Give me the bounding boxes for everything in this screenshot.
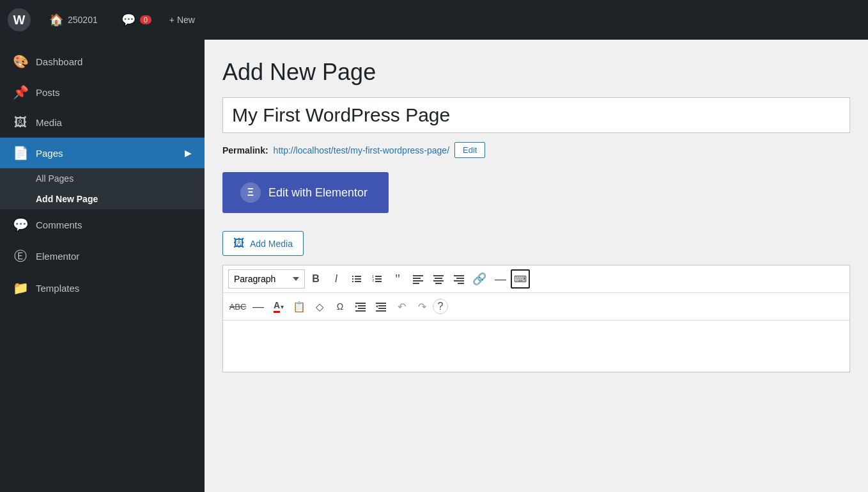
text-color-chevron[interactable]: ▾: [281, 303, 284, 310]
pages-arrow-icon: ▶: [185, 148, 192, 158]
svg-rect-9: [375, 278, 382, 280]
editor-container: Paragraph Heading 1 Heading 2 Heading 3 …: [222, 265, 850, 372]
svg-rect-12: [413, 278, 421, 279]
svg-rect-24: [358, 305, 366, 306]
svg-rect-20: [456, 278, 464, 279]
comments-link[interactable]: 💬 0: [116, 10, 157, 30]
redo-button[interactable]: ↷: [412, 297, 431, 316]
add-media-button[interactable]: 🖼 Add Media: [222, 231, 304, 256]
text-color-button[interactable]: A ▾: [269, 297, 288, 316]
toolbar-row-2: ABC — A ▾ 📋 ◇ Ω: [223, 293, 849, 321]
svg-text:2: 2: [372, 278, 375, 282]
align-right-button[interactable]: [449, 269, 469, 289]
svg-rect-19: [454, 275, 464, 276]
sidebar-item-comments[interactable]: 💬 Comments: [0, 209, 205, 240]
new-content-button[interactable]: + New: [169, 15, 195, 25]
svg-rect-3: [355, 278, 361, 280]
indent-button[interactable]: [371, 297, 391, 316]
posts-icon: 📌: [13, 84, 28, 100]
permalink-label: Permalink:: [222, 145, 268, 155]
sidebar-item-posts-label: Posts: [36, 87, 60, 98]
edit-with-elementor-button[interactable]: Ξ Edit with Elementor: [222, 172, 389, 213]
svg-rect-29: [378, 305, 386, 306]
dashboard-icon: 🎨: [13, 54, 28, 69]
sidebar-subitem-add-new-page[interactable]: Add New Page: [0, 189, 205, 209]
italic-button[interactable]: I: [327, 269, 346, 289]
add-media-label: Add Media: [250, 239, 293, 249]
bullet-list-button[interactable]: [347, 269, 366, 289]
svg-rect-11: [413, 275, 423, 276]
svg-rect-15: [433, 275, 444, 276]
insert-more-button[interactable]: —: [490, 269, 509, 289]
show-toolbar2-button[interactable]: ⌨: [511, 269, 530, 289]
numbered-list-button[interactable]: 1 2: [368, 269, 387, 289]
pages-submenu: All Pages Add New Page: [0, 168, 205, 209]
sidebar-item-pages[interactable]: 📄 Pages ▶: [0, 138, 205, 168]
sidebar-item-pages-label: Pages: [36, 148, 63, 159]
horizontal-line-button[interactable]: —: [249, 297, 268, 316]
templates-icon: 📁: [13, 280, 28, 296]
wp-logo-icon[interactable]: W: [8, 8, 31, 31]
undo-button[interactable]: ↶: [392, 297, 411, 316]
svg-rect-23: [355, 303, 366, 304]
elementor-btn-label: Edit with Elementor: [268, 186, 368, 200]
page-title: Add New Page: [222, 59, 850, 86]
blockquote-button[interactable]: ": [388, 269, 407, 289]
sidebar-item-posts[interactable]: 📌 Posts: [0, 77, 205, 107]
svg-rect-22: [458, 283, 464, 284]
media-icon: 🖼: [13, 115, 28, 130]
sidebar-item-media[interactable]: 🖼 Media: [0, 107, 205, 138]
comments-count: 0: [140, 15, 151, 24]
new-label: + New: [169, 15, 195, 25]
editor-body[interactable]: [223, 321, 849, 372]
help-button[interactable]: ?: [433, 299, 448, 314]
sidebar-subitem-all-pages[interactable]: All Pages: [0, 168, 205, 189]
page-title-input[interactable]: [222, 97, 850, 133]
svg-rect-0: [352, 276, 353, 277]
svg-rect-14: [413, 283, 419, 284]
svg-rect-4: [352, 281, 353, 282]
insert-link-button[interactable]: 🔗: [470, 269, 489, 289]
svg-rect-18: [435, 283, 442, 284]
svg-rect-30: [378, 308, 386, 309]
sidebar-item-elementor[interactable]: Ⓔ Elementor: [0, 240, 205, 273]
sidebar-item-templates[interactable]: 📁 Templates: [0, 273, 205, 303]
sidebar-item-dashboard[interactable]: 🎨 Dashboard: [0, 46, 205, 77]
svg-marker-27: [355, 305, 357, 308]
outdent-button[interactable]: [351, 297, 370, 316]
sidebar-item-comments-label: Comments: [36, 219, 82, 230]
sidebar-item-media-label: Media: [36, 117, 62, 128]
svg-rect-16: [435, 278, 442, 279]
site-number: 250201: [68, 15, 98, 25]
home-icon: 🏠: [49, 12, 64, 28]
special-chars-button[interactable]: Ω: [330, 297, 350, 316]
main-layout: 🎨 Dashboard 📌 Posts 🖼 Media 📄 Pages ▶ Al…: [0, 40, 868, 492]
svg-rect-25: [358, 308, 366, 309]
svg-rect-5: [355, 281, 361, 282]
svg-rect-2: [352, 278, 353, 280]
svg-rect-13: [413, 280, 423, 282]
elementor-circle-icon: Ξ: [240, 182, 261, 203]
site-name-link[interactable]: 🏠 250201: [43, 10, 103, 30]
permalink-row: Permalink: http://localhost/test/my-firs…: [222, 142, 850, 158]
align-center-button[interactable]: [429, 269, 448, 289]
sidebar: 🎨 Dashboard 📌 Posts 🖼 Media 📄 Pages ▶ Al…: [0, 40, 205, 492]
svg-rect-10: [375, 281, 382, 282]
svg-rect-1: [355, 276, 361, 277]
sidebar-item-elementor-label: Elementor: [36, 251, 79, 262]
permalink-edit-button[interactable]: Edit: [454, 142, 485, 158]
align-left-button[interactable]: [408, 269, 428, 289]
permalink-url[interactable]: http://localhost/test/my-first-wordpress…: [274, 145, 449, 155]
svg-rect-21: [454, 280, 464, 282]
strikethrough-button[interactable]: ABC: [228, 297, 247, 316]
paragraph-select[interactable]: Paragraph Heading 1 Heading 2 Heading 3 …: [228, 269, 305, 289]
bold-button[interactable]: B: [306, 269, 325, 289]
clear-formatting-button[interactable]: ◇: [310, 297, 329, 316]
paste-button[interactable]: 📋: [290, 297, 309, 316]
svg-rect-26: [355, 310, 366, 312]
add-new-page-label: Add New Page: [36, 194, 98, 204]
svg-rect-8: [375, 276, 382, 277]
svg-rect-31: [376, 310, 386, 312]
svg-marker-32: [376, 305, 378, 308]
elementor-icon: Ⓔ: [13, 248, 28, 265]
